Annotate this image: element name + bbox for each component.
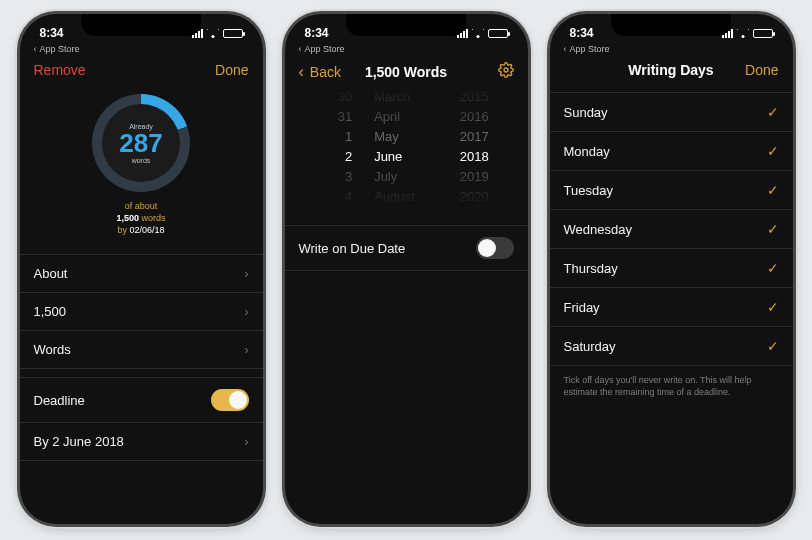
- goal-caption: of about 1,500 words by 02/06/18: [116, 200, 165, 236]
- phone-datepicker: 8:34 ‹ App Store ‹ Back 1,500 Words 3031…: [285, 14, 528, 524]
- chevron-left-icon: ‹: [34, 44, 37, 54]
- picker-option[interactable]: June: [374, 147, 402, 167]
- breadcrumb-label: App Store: [40, 44, 80, 54]
- check-icon: ✓: [767, 182, 779, 198]
- check-icon: ✓: [767, 104, 779, 120]
- picker-option[interactable]: 2020: [460, 187, 489, 207]
- breadcrumb[interactable]: ‹ App Store: [550, 44, 793, 56]
- row-deadline-toggle: Deadline: [20, 378, 263, 423]
- check-icon: ✓: [767, 221, 779, 237]
- chevron-right-icon: ›: [245, 343, 249, 357]
- nav-bar: Remove Done: [20, 56, 263, 88]
- picker-option[interactable]: 1: [335, 127, 353, 147]
- nav-title: 1,500 Words: [353, 64, 460, 80]
- day-row[interactable]: Wednesday✓: [550, 210, 793, 249]
- phone-goal: 8:34 ‹ App Store Remove Done Already 287…: [20, 14, 263, 524]
- picker-option[interactable]: 3: [335, 167, 353, 187]
- nav-bar: ‹ Back 1,500 Words: [285, 56, 528, 91]
- picker-col-month[interactable]: MarchAprilMayJuneJulyAugustSeptember: [374, 87, 438, 207]
- picker-option[interactable]: August: [374, 187, 414, 207]
- chevron-left-icon: ‹: [299, 44, 302, 54]
- ring-count: 287: [119, 128, 162, 159]
- day-row[interactable]: Monday✓: [550, 132, 793, 171]
- row-write-on-due: Write on Due Date: [285, 226, 528, 271]
- ring-label-bottom: words: [132, 157, 151, 164]
- picker-option[interactable]: 2018: [460, 147, 489, 167]
- write-on-due-toggle[interactable]: [476, 237, 514, 259]
- picker-col-day[interactable]: 303112345: [335, 87, 353, 207]
- picker-option[interactable]: May: [374, 127, 399, 147]
- done-button[interactable]: Done: [745, 62, 778, 78]
- day-label: Friday: [564, 300, 600, 315]
- nav-title: Writing Days: [618, 62, 725, 78]
- day-label: Thursday: [564, 261, 618, 276]
- footer-note: Tick off days you'll never write on. Thi…: [550, 366, 793, 398]
- picker-option[interactable]: April: [374, 107, 400, 127]
- day-label: Wednesday: [564, 222, 632, 237]
- battery-icon: [753, 29, 773, 38]
- status-time: 8:34: [40, 26, 64, 40]
- breadcrumb-label: App Store: [305, 44, 345, 54]
- picker-option[interactable]: 2017: [460, 127, 489, 147]
- status-time: 8:34: [570, 26, 594, 40]
- picker-option[interactable]: 2016: [460, 107, 489, 127]
- check-icon: ✓: [767, 260, 779, 276]
- row-unit[interactable]: Words ›: [20, 331, 263, 369]
- day-row[interactable]: Saturday✓: [550, 327, 793, 366]
- gear-icon[interactable]: [498, 62, 514, 81]
- remove-button[interactable]: Remove: [34, 62, 86, 78]
- deadline-toggle[interactable]: [211, 389, 249, 411]
- date-picker[interactable]: 303112345MarchAprilMayJuneJulyAugustSept…: [285, 87, 528, 207]
- picker-option[interactable]: 31: [335, 107, 353, 127]
- wifi-icon: [207, 29, 219, 38]
- picker-option[interactable]: July: [374, 167, 397, 187]
- day-label: Sunday: [564, 105, 608, 120]
- notch: [611, 14, 731, 36]
- row-deadline-date[interactable]: By 2 June 2018 ›: [20, 423, 263, 461]
- nav-bar: Writing Days Done: [550, 56, 793, 88]
- breadcrumb[interactable]: ‹ App Store: [285, 44, 528, 56]
- notch: [81, 14, 201, 36]
- status-time: 8:34: [305, 26, 329, 40]
- chevron-left-icon: ‹: [299, 63, 304, 81]
- chevron-left-icon: ‹: [564, 44, 567, 54]
- chevron-right-icon: ›: [245, 267, 249, 281]
- wifi-icon: [472, 29, 484, 38]
- picker-option[interactable]: 2: [335, 147, 353, 167]
- day-label: Monday: [564, 144, 610, 159]
- picker-option[interactable]: 2015: [460, 87, 489, 107]
- wifi-icon: [737, 29, 749, 38]
- day-label: Tuesday: [564, 183, 613, 198]
- phone-writing-days: 8:34 ‹ App Store Writing Days Done Sunda…: [550, 14, 793, 524]
- check-icon: ✓: [767, 338, 779, 354]
- row-amount[interactable]: 1,500 ›: [20, 293, 263, 331]
- day-row[interactable]: Tuesday✓: [550, 171, 793, 210]
- picker-option[interactable]: March: [374, 87, 410, 107]
- breadcrumb-label: App Store: [570, 44, 610, 54]
- done-button[interactable]: Done: [215, 62, 248, 78]
- breadcrumb[interactable]: ‹ App Store: [20, 44, 263, 56]
- check-icon: ✓: [767, 143, 779, 159]
- day-row[interactable]: Thursday✓: [550, 249, 793, 288]
- svg-point-0: [504, 68, 508, 72]
- day-label: Saturday: [564, 339, 616, 354]
- row-about[interactable]: About ›: [20, 255, 263, 293]
- picker-option[interactable]: 2019: [460, 167, 489, 187]
- day-row[interactable]: Sunday✓: [550, 93, 793, 132]
- chevron-right-icon: ›: [245, 435, 249, 449]
- battery-icon: [488, 29, 508, 38]
- picker-option[interactable]: 30: [335, 87, 353, 107]
- battery-icon: [223, 29, 243, 38]
- chevron-right-icon: ›: [245, 305, 249, 319]
- progress-ring: Already 287 words of about 1,500 words b…: [20, 88, 263, 246]
- picker-col-year[interactable]: 2015201620172018201920202021: [460, 87, 494, 207]
- day-row[interactable]: Friday✓: [550, 288, 793, 327]
- check-icon: ✓: [767, 299, 779, 315]
- notch: [346, 14, 466, 36]
- picker-option[interactable]: 4: [335, 187, 353, 207]
- back-button[interactable]: ‹ Back: [299, 63, 353, 81]
